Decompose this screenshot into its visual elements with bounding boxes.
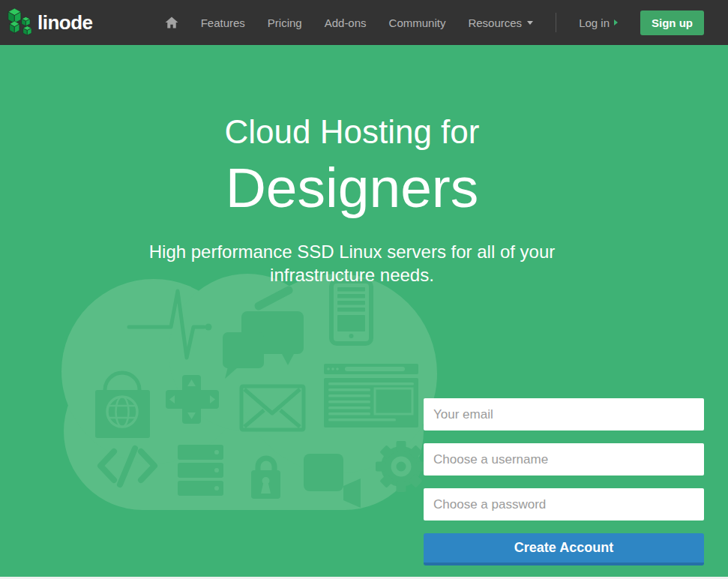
nav-pricing-label: Pricing [268, 16, 302, 29]
password-field[interactable] [424, 488, 704, 520]
signup-form: Create Account [424, 398, 704, 566]
nav-resources[interactable]: Resources [468, 16, 533, 29]
hero-subtitle: High performance SSD Linux servers for a… [0, 240, 704, 286]
brand-logo[interactable]: linode [6, 8, 93, 38]
linode-cubes-icon [6, 8, 31, 38]
nav-divider [556, 13, 556, 32]
hero-subtitle-line2: infrastructure needs. [270, 265, 434, 285]
hero-section: Cloud Hosting for Designers High perform… [0, 45, 728, 577]
username-field[interactable] [424, 443, 704, 476]
hero-title-line2: Designers [0, 157, 704, 219]
nav-addons-label: Add-ons [325, 16, 367, 29]
nav-signup-button[interactable]: Sign up [640, 10, 704, 35]
chevron-down-icon [527, 21, 533, 25]
nav-addons[interactable]: Add-ons [325, 16, 367, 29]
nav-features-label: Features [201, 16, 245, 29]
nav-pricing[interactable]: Pricing [268, 16, 302, 29]
home-icon [165, 16, 178, 28]
create-account-button[interactable]: Create Account [424, 533, 704, 566]
nav-features[interactable]: Features [201, 16, 245, 29]
email-field[interactable] [424, 398, 704, 430]
hero-titles: Cloud Hosting for Designers High perform… [0, 111, 704, 286]
nav-login-label: Log in [579, 16, 610, 29]
nav-login[interactable]: Log in [579, 16, 618, 29]
nav-home[interactable] [165, 16, 178, 28]
brand-name: linode [37, 11, 93, 34]
nav-links: Features Pricing Add-ons Community Resou… [165, 10, 704, 35]
nav-resources-label: Resources [468, 16, 522, 29]
navbar: linode Features Pricing Add-ons Communit… [0, 0, 728, 45]
hero-title-line1: Cloud Hosting for [0, 111, 704, 152]
hero-content: Cloud Hosting for Designers High perform… [0, 111, 704, 577]
arrow-right-icon [614, 20, 618, 26]
nav-community-label: Community [389, 16, 446, 29]
hero-subtitle-line1: High performance SSD Linux servers for a… [149, 242, 556, 262]
nav-community[interactable]: Community [389, 16, 446, 29]
